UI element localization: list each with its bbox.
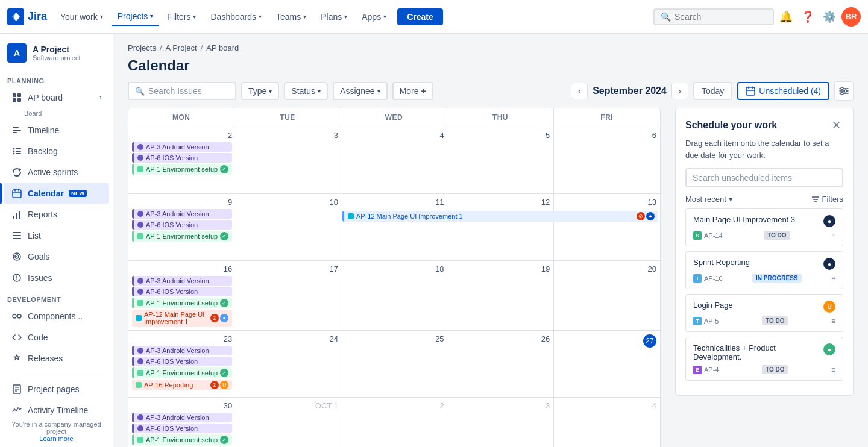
schedule-item[interactable]: Sprint Reporting ● T AP-10 IN PROGRESS ≡ <box>685 251 843 289</box>
calendar-event[interactable]: AP-1 Environment setup ✓ <box>132 434 232 445</box>
sidebar-item-goals[interactable]: Goals <box>4 246 109 267</box>
calendar-event[interactable]: AP-3 Android Version <box>132 413 232 422</box>
chevron-down-icon: ▾ <box>303 13 306 20</box>
nav-your-work[interactable]: Your work ▾ <box>54 8 109 25</box>
nav-teams[interactable]: Teams ▾ <box>270 8 312 25</box>
calendar-event[interactable]: AP-1 Environment setup ✓ <box>132 298 232 308</box>
unscheduled-button[interactable]: Unscheduled (4) <box>737 82 829 100</box>
next-month-button[interactable]: › <box>671 83 688 99</box>
nav-apps[interactable]: Apps ▾ <box>356 8 392 25</box>
status-filter-button[interactable]: Status ▾ <box>284 82 328 100</box>
calendar-cell[interactable]: 3 <box>448 398 555 447</box>
calendar-event[interactable]: AP-3 Android Version <box>132 346 232 355</box>
sort-button[interactable]: Most recent ▾ <box>685 195 733 204</box>
calendar-cell[interactable]: 2 AP-3 Android Version AP-6 IOS Version … <box>128 127 236 193</box>
previous-month-button[interactable]: ‹ <box>571 83 588 99</box>
sidebar-item-project-pages[interactable]: Project pages <box>4 379 109 399</box>
sidebar-item-reports[interactable]: Reports <box>4 204 109 225</box>
schedule-search-input[interactable] <box>685 168 843 187</box>
sidebar-item-code[interactable]: Code <box>4 327 109 348</box>
sidebar-item-ap-board[interactable]: AP board › <box>4 87 109 108</box>
sidebar-item-backlog[interactable]: Backlog <box>4 141 109 161</box>
calendar-cell[interactable]: 24 <box>236 331 342 397</box>
calendar-cell[interactable]: 9 AP-3 Android Version AP-6 IOS Version … <box>128 194 236 260</box>
search-issues-input[interactable] <box>148 86 227 96</box>
today-button[interactable]: Today <box>693 82 732 100</box>
calendar-cell[interactable]: 12 <box>448 194 555 260</box>
event-type-icon <box>137 437 143 443</box>
calendar-cell[interactable]: 10 <box>236 194 342 260</box>
calendar-event[interactable]: AP-6 IOS Version <box>132 357 232 366</box>
type-filter-button[interactable]: Type ▾ <box>241 82 279 100</box>
calendar-cell[interactable]: 23 AP-3 Android Version AP-6 IOS Version… <box>128 331 236 397</box>
calendar-event[interactable]: AP-6 IOS Version <box>132 220 232 230</box>
calendar-cell[interactable]: 5 <box>448 127 555 193</box>
calendar-event-spanning[interactable]: AP-12 Main Page UI Improvement 1 ⊘ ● <box>342 211 658 222</box>
calendar-cell[interactable]: 4 <box>554 398 660 447</box>
sidebar-item-list[interactable]: List <box>4 225 109 246</box>
help-button[interactable]: ❓ <box>798 7 817 27</box>
calendar-cell[interactable]: 6 <box>554 127 660 193</box>
close-schedule-panel-button[interactable]: ✕ <box>829 118 843 133</box>
calendar-cell[interactable]: 16 AP-3 Android Version AP-6 IOS Version… <box>128 261 236 330</box>
nav-dashboards[interactable]: Dashboards ▾ <box>204 8 268 25</box>
schedule-item[interactable]: Login Page U T AP-5 TO DO ≡ <box>685 294 843 332</box>
search-input[interactable] <box>675 12 759 22</box>
sidebar-item-timeline[interactable]: Timeline <box>4 120 109 140</box>
calendar-cell[interactable]: 25 <box>342 331 448 397</box>
calendar-event[interactable]: AP-6 IOS Version <box>132 287 232 296</box>
sidebar-item-activity-timeline[interactable]: Activity Timeline <box>4 400 109 416</box>
calendar-cell[interactable]: OCT 1 <box>236 398 342 447</box>
calendar-cell[interactable]: 13 <box>554 194 660 260</box>
learn-more-link[interactable]: Learn more <box>39 435 73 442</box>
calendar-cell[interactable]: 11 AP-12 Main Page UI Improvement 1 ⊘ ● <box>342 194 448 260</box>
calendar-cell[interactable]: 27 <box>554 331 660 397</box>
nav-filters[interactable]: Filters ▾ <box>162 8 202 25</box>
calendar-event[interactable]: AP-6 IOS Version <box>132 424 232 433</box>
notifications-button[interactable]: 🔔 <box>776 7 796 27</box>
calendar-cell[interactable]: 30 AP-3 Android Version AP-6 IOS Version… <box>128 398 236 447</box>
sidebar-item-releases[interactable]: Releases <box>4 348 109 369</box>
nav-projects[interactable]: Projects ▾ <box>112 8 160 26</box>
calendar-cell[interactable]: 26 <box>448 331 555 397</box>
more-filter-button[interactable]: More + <box>392 82 433 100</box>
sidebar-item-components[interactable]: Components... <box>4 306 109 327</box>
chevron-down-icon: ▾ <box>193 13 196 20</box>
calendar-event[interactable]: AP-1 Environment setup ✓ <box>132 164 232 175</box>
calendar-event[interactable]: AP-6 IOS Version <box>132 153 232 163</box>
calendar-event[interactable]: AP-3 Android Version <box>132 276 232 286</box>
calendar-event[interactable]: AP-12 Main Page UI Improvement 1 ⊘ ● <box>132 310 232 327</box>
sidebar-item-calendar[interactable]: Calendar NEW <box>4 183 109 204</box>
calendar-event[interactable]: AP-16 Reporting ⊘ U <box>132 380 232 390</box>
day-header-fri: FRI <box>554 108 660 127</box>
calendar-cell[interactable]: 4 <box>342 127 448 193</box>
settings-button[interactable]: ⚙️ <box>820 7 839 27</box>
calendar-cell[interactable]: 3 <box>236 127 342 193</box>
calendar-cell[interactable]: 20 <box>554 261 660 330</box>
search-issues-field[interactable]: 🔍 <box>128 82 236 100</box>
schedule-filters-button[interactable]: Filters <box>811 195 843 204</box>
calendar-cell[interactable]: 19 <box>448 261 555 330</box>
breadcrumb-projects[interactable]: Projects <box>128 43 156 52</box>
avatar[interactable]: BR <box>841 7 861 27</box>
create-button[interactable]: Create <box>397 8 443 25</box>
calendar-event[interactable]: AP-3 Android Version <box>132 209 232 219</box>
calendar-cell[interactable]: 17 <box>236 261 342 330</box>
schedule-item[interactable]: Technicalities + Product Development. ● … <box>685 337 843 381</box>
breadcrumb-a-project[interactable]: A Project <box>166 43 197 52</box>
calendar-cell[interactable]: 18 <box>342 261 448 330</box>
calendar-event[interactable]: AP-1 Environment setup ✓ <box>132 231 232 242</box>
schedule-item[interactable]: Main Page UI Improvement 3 ● S AP-14 TO … <box>685 208 843 246</box>
event-type-icon <box>137 144 143 150</box>
global-search[interactable]: 🔍 <box>653 8 774 25</box>
assignee-filter-button[interactable]: Assignee ▾ <box>333 82 388 100</box>
calendar-cell[interactable]: 2 <box>342 398 448 447</box>
nav-plans[interactable]: Plans ▾ <box>315 8 353 25</box>
sidebar-item-issues[interactable]: Issues <box>4 267 109 288</box>
jira-logo[interactable]: Jira <box>7 8 47 25</box>
calendar-settings-button[interactable] <box>834 81 854 101</box>
sidebar-item-active-sprints[interactable]: Active sprints <box>4 162 109 183</box>
calendar-event[interactable]: AP-3 Android Version <box>132 142 232 152</box>
chevron-down-icon: ▾ <box>100 13 103 20</box>
calendar-event[interactable]: AP-1 Environment setup ✓ <box>132 367 232 378</box>
